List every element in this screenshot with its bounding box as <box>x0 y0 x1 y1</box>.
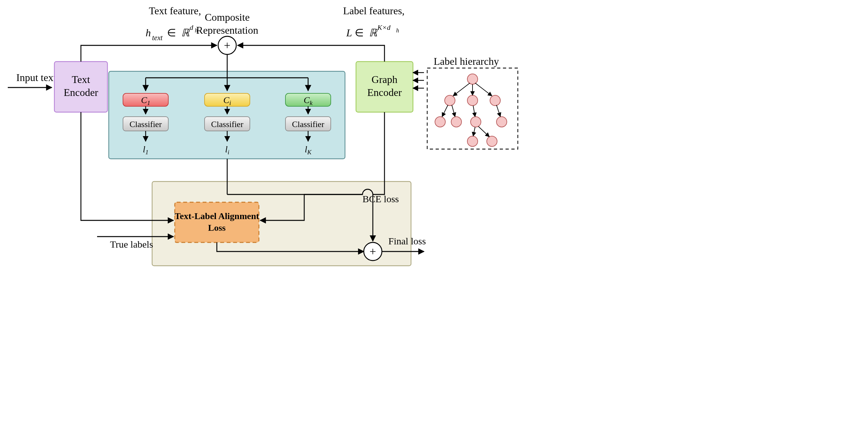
plus-icon: + <box>224 39 230 52</box>
classifier-label-k: Classifier <box>292 120 324 129</box>
text-label-alignment-loss-box <box>175 202 259 243</box>
graph-encoder-label-line1: Graph <box>372 74 397 85</box>
plus-icon: + <box>370 245 376 258</box>
svg-text:d: d <box>190 23 193 31</box>
bce-loss-label: BCE loss <box>363 194 399 204</box>
tla-loss-label-2: Loss <box>208 223 226 233</box>
svg-point-22 <box>496 117 507 127</box>
svg-point-23 <box>467 136 478 146</box>
svg-line-28 <box>442 105 448 117</box>
classifier-label-1: Classifier <box>129 120 162 129</box>
text-feature-title: Text feature, <box>149 5 201 17</box>
svg-point-24 <box>487 136 497 146</box>
svg-point-16 <box>445 95 455 106</box>
label-features-formula: L ∈ ℝ K×d h <box>346 23 399 38</box>
hierarchy-tree <box>435 74 507 146</box>
svg-line-32 <box>473 127 475 136</box>
text-encoder-label-line2: Encoder <box>64 87 98 98</box>
svg-text:L: L <box>346 27 352 38</box>
svg-text:h: h <box>146 27 151 38</box>
svg-text:text: text <box>152 34 163 42</box>
svg-line-33 <box>478 127 489 137</box>
graph-encoder-label-line2: Encoder <box>367 87 402 98</box>
svg-line-25 <box>453 83 470 96</box>
architecture-diagram: Input text Text Encoder Text feature, h … <box>0 0 868 421</box>
svg-text:K×d: K×d <box>377 23 391 31</box>
final-loss-label: Final loss <box>389 235 426 246</box>
svg-point-17 <box>467 95 478 106</box>
svg-text:ℝ: ℝ <box>369 27 378 38</box>
svg-point-21 <box>471 117 481 127</box>
tla-loss-label-1: Text-Label Alignment <box>175 211 259 221</box>
svg-line-30 <box>473 106 475 117</box>
svg-text:ℝ: ℝ <box>181 27 190 38</box>
svg-text:∈: ∈ <box>167 27 176 38</box>
label-hierarchy-title: Label hierarchy <box>434 55 499 67</box>
input-text-label: Input text <box>16 72 56 83</box>
svg-point-15 <box>467 74 478 84</box>
text-feature-formula: h text ∈ ℝ d h <box>146 23 198 42</box>
label-features-title: Label features, <box>343 5 405 17</box>
svg-point-19 <box>435 117 445 127</box>
classifier-label-i: Classifier <box>211 120 243 129</box>
composite-label-2: Representation <box>196 24 258 36</box>
svg-point-18 <box>490 95 500 106</box>
svg-point-20 <box>451 117 462 127</box>
svg-text:∈: ∈ <box>355 27 364 38</box>
composite-label-1: Composite <box>205 11 250 23</box>
text-encoder-label-line1: Text <box>72 74 90 85</box>
svg-text:h: h <box>396 27 399 34</box>
svg-line-29 <box>452 105 455 117</box>
svg-line-31 <box>496 105 500 117</box>
true-labels-label: True labels <box>110 239 153 250</box>
svg-line-27 <box>475 83 492 96</box>
